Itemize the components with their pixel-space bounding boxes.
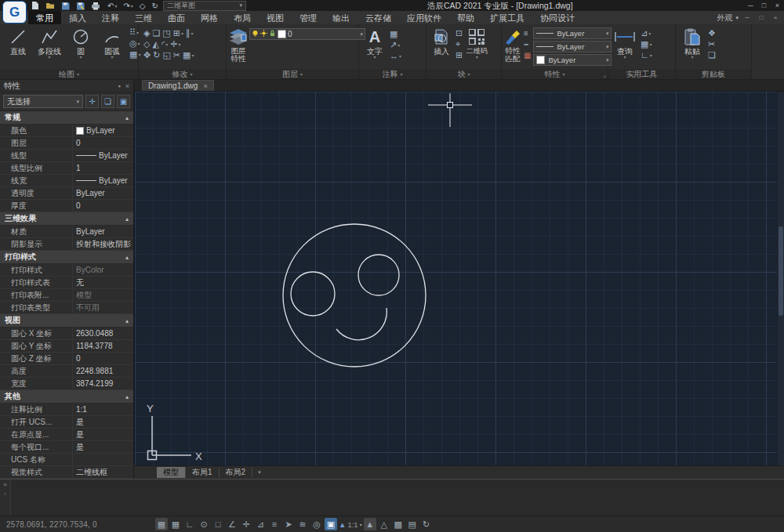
doc-restore-button[interactable]: □ [756, 14, 767, 21]
linetype-dropdown[interactable]: ByLayer ▾ [533, 41, 612, 52]
lineweight-icon[interactable]: ≡ [524, 29, 531, 38]
property-value[interactable]: 投射和接收阴影 [73, 238, 133, 250]
face-circle[interactable] [283, 224, 426, 367]
panel-label-block[interactable]: 块▾ [426, 69, 501, 79]
property-value[interactable]: 1:1 [73, 404, 133, 415]
scale-icon[interactable]: ◱ ▾ [162, 50, 170, 60]
circle-tool[interactable]: 圆 ▾ [65, 27, 96, 60]
props-section-header[interactable]: 常规▴ [0, 111, 133, 125]
insert-block-button[interactable]: 插入 [429, 27, 454, 56]
rectangle-icon[interactable]: ◳ ▾ [162, 28, 170, 38]
chevron-down-icon[interactable]: ▾ [649, 42, 652, 47]
doc-minimize-button[interactable]: ─ [742, 14, 753, 21]
props-section-header[interactable]: 三维效果▴ [0, 212, 133, 226]
chevron-down-icon[interactable]: ▾ [648, 31, 651, 36]
property-value[interactable]: 是 [73, 416, 133, 428]
props-section-header[interactable]: 视图▴ [0, 314, 133, 328]
text-button[interactable]: A 文字 ▾ [361, 27, 388, 60]
mirror-icon[interactable]: ◭ ▾ [152, 39, 158, 49]
erase-icon[interactable]: ◈ ▾ [143, 28, 150, 38]
property-value[interactable]: 1184.3778 [73, 340, 133, 352]
annotation-all-icon[interactable]: △ [378, 518, 390, 530]
match-properties-button[interactable]: 特性 匹配 [504, 27, 521, 63]
collapse-icon[interactable]: ▴ [125, 317, 129, 324]
trim-icon[interactable]: ✂ ▾ [173, 50, 180, 60]
quick-properties-icon[interactable]: ▣ [325, 518, 337, 530]
doc-close-button[interactable]: × [770, 14, 781, 21]
pin-icon[interactable]: ▪ [118, 82, 121, 90]
dialog-launcher-icon[interactable]: ⌟ [603, 71, 606, 78]
id-point-icon[interactable]: ∟ ▾ [641, 51, 652, 60]
menu-tab[interactable]: 帮助 [449, 11, 482, 24]
chevron-down-icon[interactable]: ▾ [165, 42, 168, 47]
close-icon[interactable]: × [203, 82, 207, 90]
polyline-tool[interactable]: 多段线 ▾ [34, 27, 65, 60]
chevron-down-icon[interactable]: ▾ [131, 3, 133, 9]
close-icon[interactable]: × [125, 82, 129, 90]
menu-tab[interactable]: 曲面 [160, 11, 193, 24]
panel-label-utilities[interactable]: 实用工具 [608, 69, 675, 79]
scrollbar-thumb[interactable] [779, 226, 783, 316]
print-icon[interactable]: ▾ [91, 2, 101, 10]
transparency-icon[interactable]: ≋ [296, 518, 309, 530]
chevron-down-icon[interactable]: ▾ [48, 56, 50, 60]
chevron-down-icon[interactable]: ▾ [191, 52, 194, 58]
new-file-icon[interactable]: ▾ [31, 1, 40, 10]
property-value[interactable]: 是 [73, 429, 133, 440]
layer-sun-icon[interactable] [260, 30, 267, 38]
menu-tab[interactable]: 三维 [127, 11, 160, 24]
menu-tab[interactable]: 布局 [226, 11, 259, 24]
vertical-scrollbar[interactable] [777, 92, 784, 465]
save-icon[interactable]: ▾ [61, 2, 71, 10]
chevron-down-icon[interactable]: ▾ [111, 56, 113, 60]
stretch-icon[interactable]: ✛ ▾ [170, 39, 180, 49]
property-value[interactable]: 0 [73, 137, 133, 149]
props-section-header[interactable]: 打印样式▴ [0, 251, 133, 264]
chevron-down-icon[interactable]: ▾ [181, 31, 183, 36]
property-value[interactable]: 是 [73, 441, 133, 453]
undo-icon[interactable]: ↶ ▾ [107, 2, 117, 10]
attribute-edit-icon[interactable]: ⌖ ▾ [456, 40, 463, 49]
property-value[interactable]: ByLayer [73, 187, 133, 199]
chevron-down-icon[interactable]: ▾ [399, 53, 401, 59]
copy-special-icon[interactable]: ❖ ▾ [708, 29, 716, 38]
property-value[interactable]: ByLayer [73, 226, 133, 237]
chevron-down-icon[interactable]: ▾ [178, 42, 180, 47]
annotation-scale-dropdown[interactable]: ▲ 1:1 ▾ [337, 520, 364, 529]
osnap-icon[interactable]: □ [212, 518, 224, 530]
annotation-auto-icon[interactable]: ▲ [364, 518, 376, 530]
ducs-icon[interactable]: ⊿ [254, 518, 267, 530]
close-icon[interactable]: × [3, 481, 7, 488]
color-palette-icon[interactable]: ▦ [524, 51, 531, 60]
polar-icon[interactable]: ⊙ [198, 518, 210, 530]
copy-icon[interactable]: ❏ ▾ [152, 28, 160, 38]
panel-label-layer[interactable]: 图层▾ [227, 69, 358, 79]
collapse-icon[interactable]: ▴ [125, 114, 129, 121]
menu-tab[interactable]: 扩展工具 [482, 11, 532, 24]
chevron-down-icon[interactable]: ▾ [114, 3, 117, 9]
menu-tab[interactable]: 视图 [259, 11, 292, 24]
cut-icon[interactable]: ✂ ▾ [708, 40, 716, 49]
property-value[interactable]: 无 [73, 277, 133, 288]
hardware-accel-icon[interactable]: ▤ [406, 518, 419, 530]
toggle-pickadd-icon[interactable]: ✛ [85, 95, 99, 108]
open-file-icon[interactable]: ▾ [45, 2, 56, 9]
document-tab[interactable]: Drawing1.dwg × [142, 80, 214, 91]
panel-label-annotate[interactable]: 注释▾ [359, 69, 426, 79]
grid-icon[interactable]: ▦ [169, 518, 182, 530]
inquiry-button[interactable]: 查询 ▾ [611, 27, 639, 60]
chevron-down-icon[interactable]: ▾ [79, 56, 82, 60]
appearance-menu[interactable]: 外观 [717, 13, 732, 24]
panel-label-properties[interactable]: 特性▾ [502, 69, 608, 79]
selection-dropdown[interactable]: 无选择 ▾ [3, 95, 83, 108]
property-value[interactable] [73, 454, 133, 465]
zoom-icon[interactable]: ◎ [310, 518, 323, 530]
rotate-icon[interactable]: ↻ ▾ [153, 50, 160, 60]
chevron-down-icon[interactable]: ▾ [397, 42, 400, 48]
layer-bulb-icon[interactable] [252, 30, 259, 38]
offset-icon[interactable]: ∥ ▾ [186, 28, 194, 38]
command-line-window[interactable]: × ▫ [0, 479, 784, 516]
move-icon[interactable]: ✥ ▾ [143, 50, 151, 60]
property-value[interactable]: ByLayer [73, 125, 133, 136]
array-icon[interactable]: ▦ ▾ [183, 50, 194, 60]
